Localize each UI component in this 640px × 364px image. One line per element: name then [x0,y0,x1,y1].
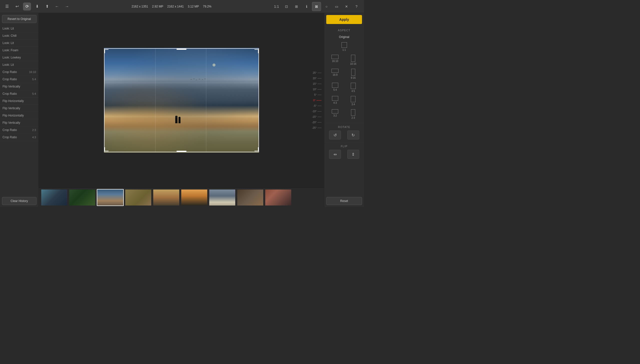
history-item-label: Look: Lit [2,63,14,66]
history-item-label: Crop Ratio [2,70,17,74]
aspect-16x10[interactable]: 16:10 [327,54,344,66]
aspect-icon-5x4 [332,83,338,88]
history-item-14[interactable]: Crop Ratio2:3 [0,126,38,134]
history-item-7[interactable]: Crop Ratio5:4 [0,76,38,83]
flip-horizontal-button[interactable]: ⇔ [329,150,341,159]
rotate-label: ROTATE [324,126,364,128]
aspect-3x4[interactable]: 3:4 [345,95,362,107]
ruler-mark-label: -5° [313,104,316,107]
original-option[interactable]: Original [327,34,362,40]
menu-button[interactable]: ☰ [3,2,11,10]
aspect-4x3[interactable]: 4:3 [327,95,344,107]
history-item-11[interactable]: Flip Vertically [0,105,38,112]
ruler-line [318,89,322,90]
ruler-line [318,128,322,128]
aspect-9x16[interactable]: 9:16 [345,68,362,80]
left-sidebar: Revert to Original Look: LitLook: ChillL… [0,13,39,207]
share-button[interactable]: ⬆ [43,2,51,10]
ruler-line [316,100,322,100]
history-item-label: Look: Foam [2,48,18,52]
aspect-icon-4x5 [351,83,356,89]
history-item-badge: 2:3 [32,128,36,132]
aspect-2x3[interactable]: 2:3 [345,108,362,120]
image-dimensions-2: 2162 x 1441 [167,5,184,8]
history-item-12[interactable]: Flip Horizontally [0,112,38,119]
history-item-4[interactable]: Look: Lowkey [0,54,38,61]
thumbnail-7[interactable] [209,189,236,206]
rect-button[interactable]: ▭ [332,2,341,11]
history-item-badge: 16:10 [29,70,36,74]
image-container[interactable] [104,48,259,153]
aspect-5x4[interactable]: 5:4 [327,82,344,94]
apply-button[interactable]: Apply [326,15,362,24]
thumbnail-6[interactable] [181,189,208,206]
history-button[interactable]: ↩ [13,2,21,10]
flip-label: FLIP [324,145,364,148]
clear-history-button[interactable]: Clear History [2,197,36,205]
circle-button[interactable]: ○ [322,2,331,11]
crop-button[interactable]: ⊠ [312,2,321,11]
history-item-5[interactable]: Look: Lit [0,61,38,68]
redo-button[interactable]: → [63,2,71,10]
thumbnail-5[interactable] [153,189,180,206]
ruler-marks: 25°20°15°10°5°0°-5°-10°-15°-20°-25° [312,70,324,130]
free-button[interactable]: ✕ [342,2,351,11]
ruler-mark: -10° [312,108,322,114]
aspect-3x2[interactable]: 3:2 [327,108,344,120]
aspect-icon-3x4 [351,96,356,102]
canvas-area: 25°20°15°10°5°0°-5°-10°-15°-20°-25° [39,13,324,188]
history-item-8[interactable]: Flip Vertically [0,83,38,90]
history-item-label: Look: Lit [2,41,14,45]
aspect-16x9[interactable]: 16:9 [327,68,344,80]
ruler-mark: -5° [313,103,322,108]
thumbnail-8[interactable] [237,189,264,206]
aspect-4x5[interactable]: 4:5 [345,82,362,94]
reset-button[interactable]: Reset [326,197,362,205]
history-item-6[interactable]: Crop Ratio16:10 [0,68,38,76]
aspect-icon-4x3 [332,96,338,101]
history-item-2[interactable]: Look: Lit [0,40,38,47]
flip-vertical-button[interactable]: ⇕ [347,150,359,159]
water-reflection [104,116,259,153]
ruler-mark: -15° [312,114,322,120]
thumbnail-2[interactable] [69,189,96,206]
aspect-icon-1x1 [342,42,347,48]
thumbnail-9[interactable] [265,189,292,206]
thumbnail-1[interactable] [41,189,68,206]
thumbnail-3[interactable] [97,189,124,206]
thumbnail-4[interactable] [125,189,152,206]
zoom-1to1-button[interactable]: 1:1 [272,2,281,11]
history-item-label: Crop Ratio [2,136,17,139]
rotate-cw-button[interactable]: ↻ [347,130,359,140]
ruler-line [318,95,322,95]
history-item-label: Flip Horizontally [2,99,24,103]
history-item-0[interactable]: Look: Lit [0,25,38,32]
rotate-tool-button[interactable]: ⟳ [23,2,31,10]
history-item-1[interactable]: Look: Chill [0,32,38,40]
rotate-ccw-button[interactable]: ↺ [329,130,341,140]
aspect-icon-16x10 [332,55,338,59]
ruler-mark-label: -15° [312,116,316,118]
history-item-10[interactable]: Flip Horizontally [0,98,38,105]
help-button[interactable]: ? [352,2,361,11]
history-item-label: Flip Vertically [2,106,20,110]
history-item-13[interactable]: Flip Vertically [0,119,38,126]
info-button[interactable]: ℹ [302,2,311,11]
ruler-mark: 10° [313,86,322,92]
history-item-badge: 5:4 [32,92,36,95]
aspect-10x16[interactable]: 10:16 [345,54,362,66]
moon-decoration [212,64,216,66]
history-item-9[interactable]: Crop Ratio5:4 [0,90,38,98]
undo-button[interactable]: ← [53,2,61,10]
ruler-line [318,73,322,73]
revert-button[interactable]: Revert to Original [2,15,36,23]
ruler-line [318,84,322,84]
export-button[interactable]: ⬇ [33,2,41,10]
history-item-3[interactable]: Look: Foam [0,47,38,54]
history-item-15[interactable]: Crop Ratio4:3 [0,134,38,141]
compare-button[interactable]: ⊞ [292,2,301,11]
history-item-label: Crop Ratio [2,92,17,96]
fit-button[interactable]: ⊡ [282,2,291,11]
aspect-1x1[interactable]: 1:1 [327,41,362,52]
birds-decoration [189,77,209,82]
